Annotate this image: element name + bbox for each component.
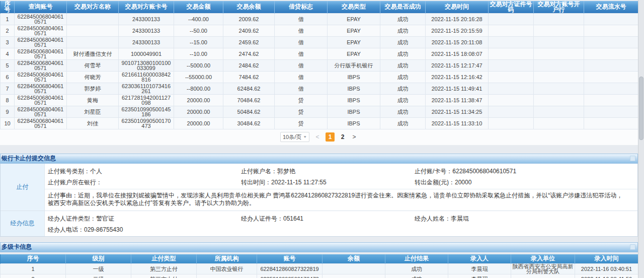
column-header: 交易对方名称 [67, 1, 119, 13]
table-cell: 1 [1, 264, 66, 274]
scrollbar-thumb[interactable] [639, 77, 643, 140]
table-cell: 243300133 [119, 13, 174, 25]
table-cell [489, 94, 534, 106]
table-cell: 6235010990500170473 [257, 274, 323, 278]
table-cell: --50.00 [174, 25, 223, 36]
table-cell [584, 25, 638, 36]
table-cell [584, 117, 638, 129]
table-cell [323, 264, 385, 274]
table-cell: IBPS [328, 83, 380, 94]
table-cell: 20000.00 [174, 117, 223, 129]
table-cell [489, 25, 534, 36]
table-cell: 2022-11-15 20:15:59 [426, 25, 489, 36]
page-number-2[interactable]: 2 [339, 133, 346, 141]
table-cell: 6228450068040610571 [15, 13, 67, 25]
column-header: 交易对方账卡号 [119, 1, 174, 13]
table-cell [584, 48, 638, 59]
table-cell: 6228450068040610571 [15, 117, 67, 129]
table-cell: EPAY [328, 48, 380, 59]
table-row: 26228450068040610571243300133--50.002409… [1, 25, 638, 36]
table-cell: 6228450068040610571 [15, 48, 67, 59]
column-header: 录入人 [448, 254, 511, 264]
column-header: 交易流水号 [584, 1, 638, 13]
table-cell: 借 [275, 48, 328, 59]
multicard-table: 序号级别止付类型所属机构账号余额止付结果录入人录入单位录入时间1一级第三方止付中… [0, 254, 638, 278]
table-cell: 2022-11-15 11:33:10 [426, 117, 489, 129]
field-agent-id-number: 经办人证件号：051641 [241, 213, 415, 224]
table-cell: 2 [1, 274, 66, 278]
field-account-type: 止付账号类别：个人 [48, 166, 241, 177]
table-cell [323, 274, 385, 278]
table-cell: --15.00 [174, 36, 223, 48]
table-cell: 2022-11-15 18:08:07 [426, 48, 489, 59]
table-cell: 成功 [380, 106, 426, 117]
table-cell: EPAY [328, 25, 380, 36]
column-header: 余额 [323, 254, 385, 264]
agent-info-fields: 经办人证件类型：警官证 经办人证件号：051641 经办人姓名：李晨琨 经办人电… [45, 211, 637, 236]
field-agent-name: 经办人姓名：李晨琨 [415, 213, 637, 224]
table-cell: 8 [1, 94, 15, 106]
table-row: 1一级第三方止付中国农业银行6228412860827322819成功李晨琨陕西… [1, 264, 638, 274]
table-cell [67, 36, 119, 48]
table-cell: 6228412860827322819 [257, 264, 323, 274]
table-cell: 李晨琨 [448, 264, 511, 274]
table-cell [534, 36, 584, 48]
table-cell: 贷 [275, 94, 328, 106]
table-cell: 2474.62 [223, 48, 275, 59]
table-cell: 2022-11-15 20:16:28 [426, 13, 489, 25]
table-cell: 成功 [385, 264, 448, 274]
collapse-icon[interactable] [630, 244, 635, 250]
table-cell: IBPS [328, 106, 380, 117]
column-header: 交易时间 [426, 1, 489, 13]
page-size-select[interactable]: 10条/页 ▼ [280, 132, 309, 142]
table-cell: 7 [1, 83, 15, 94]
table-cell: 20000.00 [174, 94, 223, 106]
table-cell: 2022-11-15 11:49:41 [426, 83, 489, 94]
next-page-button[interactable]: > [351, 133, 358, 141]
table-cell: 2022-11-15 11:34:25 [426, 106, 489, 117]
table-cell [534, 59, 584, 71]
table-cell [534, 106, 584, 117]
table-cell: 黄梅 [67, 94, 119, 106]
stop-payment-section-title: 银行卡止付提交信息 [2, 154, 630, 163]
table-cell [67, 25, 119, 36]
table-cell [584, 13, 638, 25]
table-cell: IBPS [328, 71, 380, 83]
table-cell: 成功 [380, 117, 426, 129]
table-cell: 5 [1, 59, 15, 71]
table-cell [534, 13, 584, 25]
column-header: 交易对方证件号码 [489, 1, 534, 13]
column-header: 录入时间 [575, 254, 638, 264]
stop-payment-section-bar: 银行卡止付提交信息 [0, 154, 638, 164]
column-header: 交易对方账号开户行 [534, 1, 584, 13]
table-cell: 2009.62 [223, 13, 275, 25]
stop-payment-row-label: 止付 [1, 164, 45, 211]
table-cell: 6228450068040610571 [15, 36, 67, 48]
scrollbar-track[interactable] [638, 0, 644, 278]
prev-page-button[interactable]: < [314, 133, 321, 141]
table-cell [584, 83, 638, 94]
table-cell: 成功 [380, 71, 426, 83]
table-cell [489, 13, 534, 25]
table-cell: 62484.62 [223, 83, 275, 94]
table-row: 96228450068040610571刘星臣62350109905001451… [1, 106, 638, 117]
table-cell [584, 59, 638, 71]
page-number-1[interactable]: 1 [326, 132, 335, 142]
table-cell: 成功 [380, 48, 426, 59]
field-agent-id-type: 经办人证件类型：警官证 [48, 213, 241, 224]
collapse-icon[interactable] [630, 156, 635, 161]
column-header: 止付结果 [385, 254, 448, 264]
table-cell: 1000049901 [119, 48, 174, 59]
table-cell: --8000.00 [174, 83, 223, 94]
table-cell: 一级 [66, 264, 131, 274]
agent-info-row-label: 经办信息 [1, 211, 45, 236]
table-cell: 成功 [385, 274, 448, 278]
table-cell: 10 [1, 117, 15, 129]
table-cell: 20000.00 [174, 106, 223, 117]
table-cell: 6228450068040610571 [15, 71, 67, 83]
column-header: 止付类型 [131, 254, 197, 264]
table-cell: 何晓芳 [67, 71, 119, 83]
table-cell: 6228450068040610571 [15, 94, 67, 106]
table-cell: EPAY [328, 36, 380, 48]
table-cell: 2022-11-16 08:41:56 [575, 274, 638, 278]
